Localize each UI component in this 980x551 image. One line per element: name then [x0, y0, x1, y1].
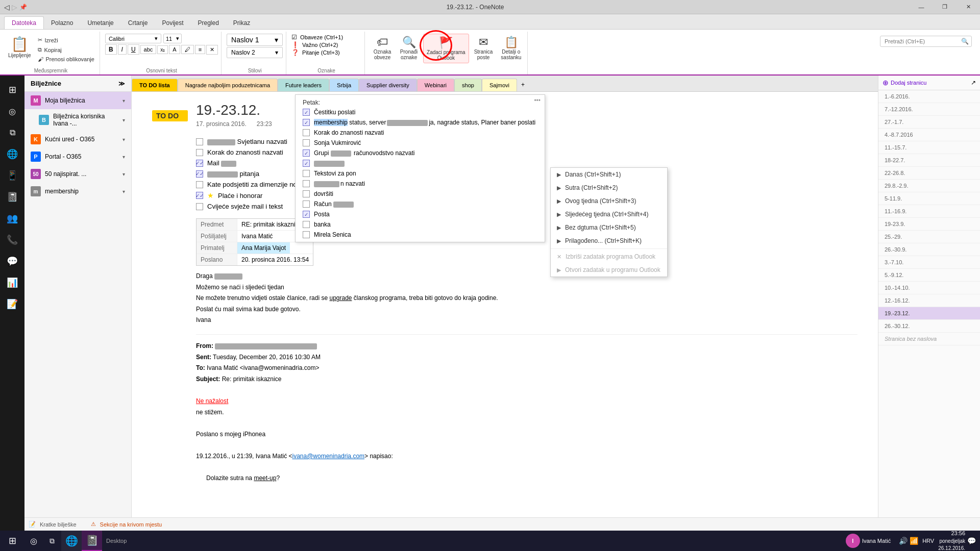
page-item-18[interactable]: 19.-23.12.	[878, 307, 980, 320]
check2[interactable]	[196, 149, 203, 156]
style1-selector[interactable]: Naslov 1 ▾	[227, 34, 283, 46]
page-item-17[interactable]: 12.-16.12.	[878, 294, 980, 307]
back-icon[interactable]: ◁	[4, 3, 10, 11]
quick-notes-button[interactable]: 📝	[29, 521, 36, 528]
meeting-details-button[interactable]: 📋 Detalji o sastanku	[498, 34, 524, 62]
cl-check4[interactable]	[303, 139, 310, 146]
close-button[interactable]: ✕	[957, 0, 980, 14]
tab-supplier[interactable]: Supplier diversity	[359, 79, 417, 91]
cl-check13[interactable]	[303, 231, 310, 238]
edge-taskbar[interactable]: 🌐	[61, 531, 82, 551]
dropdown-bez[interactable]: ▶ Bez dgtuma (Ctrl+Shift+5)	[551, 221, 667, 234]
page-item-14[interactable]: 3.-7.10.	[878, 256, 980, 269]
format-painter-button[interactable]: 🖌 Prenosi oblikovanje	[36, 55, 96, 63]
marks-overview-button[interactable]: 🏷 Oznaka obveze	[370, 34, 395, 62]
sidebar-item-50[interactable]: 50 50 najispirat. ... ▾	[24, 165, 131, 183]
word-icon[interactable]: 📝	[2, 294, 22, 314]
cl-check3[interactable]	[303, 129, 310, 136]
cl-check8[interactable]	[303, 180, 310, 187]
dropdown-ovog[interactable]: ▶ Ovog tjedna (Ctrl+Shift+3)	[551, 194, 667, 208]
notification-button[interactable]: 💬	[967, 537, 976, 545]
tab-datoteka[interactable]: Datoteka	[4, 16, 44, 29]
edge-icon[interactable]: 🌐	[2, 144, 22, 164]
dropdown-otvori[interactable]: ▶ Otvori zadatak u programu Outlook	[551, 263, 667, 277]
skype-icon[interactable]: 💬	[2, 251, 22, 271]
paste-button[interactable]: 📋 Lijepljenje	[5, 34, 34, 60]
font-selector[interactable]: Calibri ▾	[105, 34, 161, 43]
dropdown-danas[interactable]: ▶ Danas (Ctrl+Shift+1)	[551, 168, 667, 181]
page-item-6[interactable]: 18-22.7.	[878, 154, 980, 167]
strikethrough-button[interactable]: abc	[140, 45, 157, 54]
windows-icon[interactable]: ⊞	[2, 80, 22, 100]
page-item-19[interactable]: 26.-30.12.	[878, 320, 980, 333]
tab-todo[interactable]: TO DO lista	[132, 79, 178, 91]
dropdown-sutra[interactable]: ▶ Sutra (Ctrl+Shift+2)	[551, 181, 667, 194]
email-page-button[interactable]: ✉ Stranica poste	[471, 34, 496, 62]
cl-check12[interactable]	[303, 221, 310, 228]
style2-selector[interactable]: Naslov 2 ▾	[227, 47, 283, 58]
forward-icon[interactable]: ▷	[12, 3, 17, 11]
language-indicator[interactable]: HRV	[920, 537, 936, 545]
check6[interactable]: ✓	[196, 192, 203, 199]
search-input[interactable]	[880, 36, 972, 47]
page-item-11[interactable]: 19-23.9.	[878, 218, 980, 231]
dropdown-izbrisi[interactable]: ✕ Izbriši zadatak programa Outlook	[551, 250, 667, 263]
page-item-5[interactable]: 11.-15.7.	[878, 141, 980, 154]
check4[interactable]: ✓	[196, 170, 203, 178]
start-button[interactable]: ⊞	[0, 531, 24, 551]
page-item-7[interactable]: 22-26.8.	[878, 167, 980, 180]
tab-webinari[interactable]: Webinari	[417, 79, 454, 91]
minimize-button[interactable]: —	[910, 0, 933, 14]
bold-button[interactable]: B	[105, 44, 117, 55]
tab-sajmovi[interactable]: Sajmovi	[482, 79, 517, 91]
cut-button[interactable]: ✂ Izreži	[36, 36, 96, 44]
people-icon[interactable]: 👥	[2, 208, 22, 229]
tab-nagrade[interactable]: Nagrade najboljim poduzetnicama	[178, 79, 278, 91]
align-button[interactable]: ≡	[195, 45, 205, 54]
check3[interactable]: ✓	[196, 160, 203, 167]
page-item-9[interactable]: 5-11.9.	[878, 192, 980, 205]
sidebar-item-kucni[interactable]: K Kućni ured - O365 ▾	[24, 131, 131, 148]
page-item-1[interactable]: 1.-6.2016.	[878, 90, 980, 103]
check7[interactable]	[196, 203, 203, 210]
underline-button[interactable]: U	[128, 44, 139, 55]
page-item-2[interactable]: 7.-12.2016.	[878, 103, 980, 116]
page-item-3[interactable]: 27.-1.7.	[878, 116, 980, 129]
page-item-16[interactable]: 10.-14.10.	[878, 282, 980, 294]
task-view-icon[interactable]: ⧉	[2, 122, 22, 143]
expand-icon[interactable]: ≫	[118, 80, 125, 87]
page-item-10[interactable]: 11.-16.9.	[878, 205, 980, 218]
outlook-tasks-button[interactable]: 🚩 Zadaci programa Outlook	[423, 34, 469, 63]
page-item-12[interactable]: 25.-29.	[878, 231, 980, 243]
check5[interactable]	[196, 181, 203, 188]
sidebar-item-moja[interactable]: M Moja bilježnica ▾	[24, 92, 131, 109]
add-page-button[interactable]: ⊕ Dodaj stranicu	[883, 79, 926, 87]
page-item-4[interactable]: 4.-8.7.2016	[878, 129, 980, 141]
copy-button[interactable]: ⧉ Kopiraj	[36, 45, 96, 54]
cl-check7[interactable]	[303, 170, 310, 177]
cl-check10[interactable]	[303, 201, 310, 208]
page-item-13[interactable]: 26.-30.9.	[878, 243, 980, 256]
more-tabs-button[interactable]: +	[517, 78, 529, 91]
page-item-15[interactable]: 5.-9.12.	[878, 269, 980, 282]
page-item-no-title[interactable]: Stranica bez naslova	[878, 333, 980, 345]
cl-check9[interactable]	[303, 190, 310, 197]
size-selector[interactable]: 11 ▾	[163, 34, 182, 43]
cl-check11[interactable]: ✓	[303, 211, 310, 218]
italic-button[interactable]: I	[118, 44, 127, 55]
tab-future[interactable]: Future leaders	[278, 79, 329, 91]
excel-icon[interactable]: 📊	[2, 272, 22, 293]
tab-prikaz[interactable]: Prikaz	[226, 17, 257, 29]
subscript-button[interactable]: x₂	[157, 45, 168, 54]
tab-polazno[interactable]: Polazno	[44, 17, 80, 29]
cl-check2[interactable]: ✓	[303, 119, 310, 126]
cl-check1[interactable]: ✓	[303, 109, 310, 116]
sidebar-item-portal[interactable]: P Portal - O365 ▾	[24, 148, 131, 165]
tab-povijest[interactable]: Povijest	[155, 17, 190, 29]
onenote-taskbar[interactable]: 📓	[82, 531, 102, 551]
text-color-button[interactable]: A	[169, 45, 180, 54]
cl-check5[interactable]: ✓	[303, 149, 310, 157]
search-ql-icon[interactable]: ◎	[2, 101, 22, 121]
speakers-icon[interactable]: 🔊	[899, 537, 908, 545]
search-taskbar[interactable]: ◎	[24, 531, 43, 551]
